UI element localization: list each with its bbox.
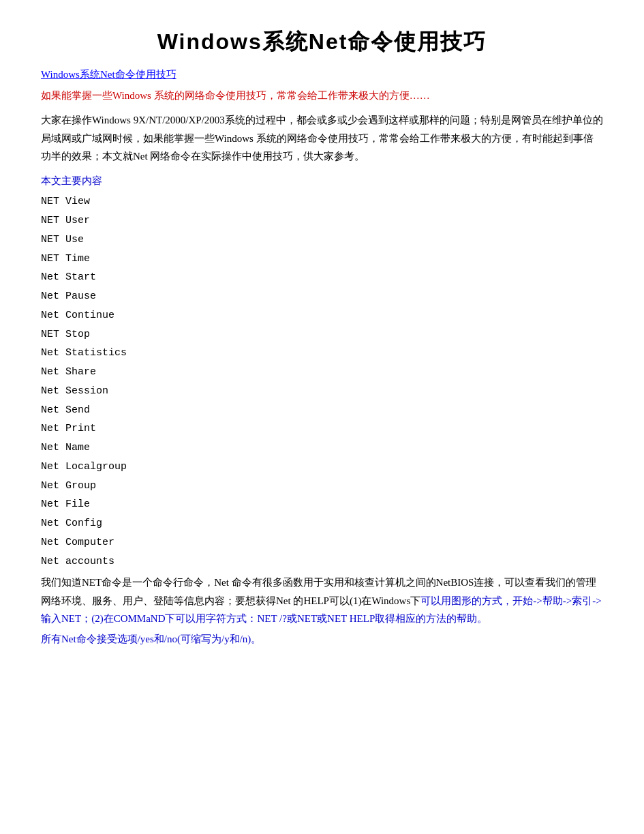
toc-item: NET User <box>41 211 603 230</box>
toc-item: Net Name <box>41 438 603 458</box>
toc-item: Net accounts <box>41 552 603 571</box>
closing2-blue: 所有Net命令接受选项/yes和/no(可缩写为/y和/n)。 <box>41 634 261 644</box>
toc-item: Net Statistics <box>41 344 603 363</box>
closing-paragraph-2: 所有Net命令接受选项/yes和/no(可缩写为/y和/n)。 <box>41 630 603 648</box>
toc-item: Net File <box>41 495 603 514</box>
intro-paragraph-2: 大家在操作Windows 9X/NT/2000/XP/2003系统的过程中，都会… <box>41 111 603 165</box>
toc-item: Net Continue <box>41 306 603 325</box>
toc-item: NET Time <box>41 250 603 269</box>
section-label: 本文主要内容 <box>41 172 603 190</box>
closing-paragraph-1: 我们知道NET命令是一个命令行命令，Net 命令有很多函数用于实用和核查计算机之… <box>41 574 603 627</box>
toc-item: NET Stop <box>41 325 603 344</box>
toc-item: Net Print <box>41 419 603 438</box>
toc-item: Net Start <box>41 268 603 287</box>
toc-item: Net Config <box>41 514 603 533</box>
page-title: Windows系统Net命令使用技巧 <box>41 27 603 57</box>
toc-item: Net Group <box>41 477 603 496</box>
toc-item: Net Pause <box>41 287 603 306</box>
toc-item: Net Computer <box>41 533 603 552</box>
toc-item: Net Send <box>41 401 603 420</box>
subtitle-link[interactable]: Windows系统Net命令使用技巧 <box>41 68 603 81</box>
toc-item: Net Localgroup <box>41 458 603 477</box>
intro-paragraph-1: 如果能掌握一些Windows 系统的网络命令使用技巧，常常会给工作带来极大的方便… <box>41 87 603 104</box>
toc-item: Net Session <box>41 382 603 401</box>
toc-item: NET Use <box>41 230 603 250</box>
toc-item: NET View <box>41 192 603 211</box>
toc-list: NET ViewNET UserNET UseNET TimeNet Start… <box>41 192 603 571</box>
toc-item: Net Share <box>41 363 603 382</box>
